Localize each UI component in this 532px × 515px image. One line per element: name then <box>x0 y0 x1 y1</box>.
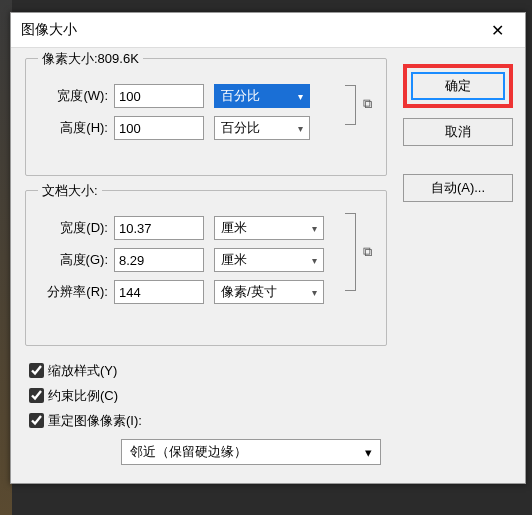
constrain-proportions-checkbox[interactable] <box>29 388 44 403</box>
doc-height-unit-label: 厘米 <box>221 251 247 269</box>
chevron-down-icon: ▾ <box>365 445 372 460</box>
doc-height-input[interactable] <box>114 248 204 272</box>
dialog-title: 图像大小 <box>21 21 77 39</box>
cancel-button-label: 取消 <box>445 123 471 141</box>
chevron-down-icon: ▾ <box>298 91 303 102</box>
pixel-height-label: 高度(H): <box>36 119 114 137</box>
ok-button-highlight: 确定 <box>403 64 513 108</box>
cancel-button[interactable]: 取消 <box>403 118 513 146</box>
chevron-down-icon: ▾ <box>312 287 317 298</box>
auto-button[interactable]: 自动(A)... <box>403 174 513 202</box>
doc-height-label: 高度(G): <box>36 251 114 269</box>
ok-button[interactable]: 确定 <box>411 72 505 100</box>
doc-width-label: 宽度(D): <box>36 219 114 237</box>
resample-image-checkbox[interactable] <box>29 413 44 428</box>
doc-height-unit-select[interactable]: 厘米 ▾ <box>214 248 324 272</box>
document-size-group: 文档大小: 宽度(D): 厘米 ▾ 高度(G): 厘米 ▾ 分辨率(R): <box>25 190 387 346</box>
pixel-height-unit-label: 百分比 <box>221 119 260 137</box>
resample-method-select[interactable]: 邻近（保留硬边缘） ▾ <box>121 439 381 465</box>
scale-styles-label: 缩放样式(Y) <box>48 362 117 380</box>
resolution-unit-select[interactable]: 像素/英寸 ▾ <box>214 280 324 304</box>
options-checks: 缩放样式(Y) 约束比例(C) 重定图像像素(I): <box>25 360 515 431</box>
pixel-width-label: 宽度(W): <box>36 87 114 105</box>
resolution-unit-label: 像素/英寸 <box>221 283 277 301</box>
close-icon[interactable]: ✕ <box>477 16 517 44</box>
doc-width-unit-select[interactable]: 厘米 ▾ <box>214 216 324 240</box>
pixel-legend: 像素大小:809.6K <box>38 50 143 68</box>
pixel-width-unit-select[interactable]: 百分比 ▾ <box>214 84 310 108</box>
constrain-link-icon[interactable]: ⧉ <box>358 243 376 261</box>
chevron-down-icon: ▾ <box>298 123 303 134</box>
chevron-down-icon: ▾ <box>312 255 317 266</box>
pixel-width-input[interactable] <box>114 84 204 108</box>
pixel-height-unit-select[interactable]: 百分比 ▾ <box>214 116 310 140</box>
pixel-dimensions-group: 像素大小:809.6K 宽度(W): 百分比 ▾ 高度(H): 百分比 ▾ ⧉ <box>25 58 387 176</box>
chevron-down-icon: ▾ <box>312 223 317 234</box>
constrain-link-icon[interactable]: ⧉ <box>358 95 376 113</box>
image-size-dialog: 图像大小 ✕ 确定 取消 自动(A)... 像素大小:809.6K 宽度(W): <box>10 12 526 484</box>
titlebar: 图像大小 ✕ <box>11 13 525 48</box>
doc-width-input[interactable] <box>114 216 204 240</box>
resample-method-label: 邻近（保留硬边缘） <box>130 443 247 461</box>
scale-styles-checkbox[interactable] <box>29 363 44 378</box>
auto-button-label: 自动(A)... <box>431 179 485 197</box>
resolution-input[interactable] <box>114 280 204 304</box>
pixel-height-input[interactable] <box>114 116 204 140</box>
constrain-proportions-label: 约束比例(C) <box>48 387 118 405</box>
ok-button-label: 确定 <box>445 77 471 95</box>
doc-legend: 文档大小: <box>38 182 102 200</box>
doc-width-unit-label: 厘米 <box>221 219 247 237</box>
link-bracket <box>345 213 356 291</box>
resample-image-label: 重定图像像素(I): <box>48 412 142 430</box>
link-bracket <box>345 85 356 125</box>
pixel-width-unit-label: 百分比 <box>221 87 260 105</box>
resolution-label: 分辨率(R): <box>36 283 114 301</box>
